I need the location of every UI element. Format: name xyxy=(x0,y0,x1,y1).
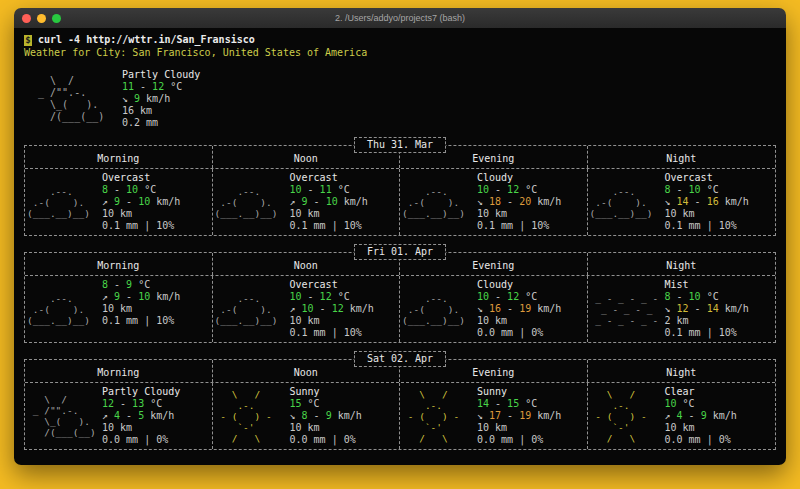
temp-low-value: 12 xyxy=(102,398,114,409)
location-line: Weather for City: San Francisco, United … xyxy=(24,46,776,59)
wind-high-value: 16 xyxy=(707,196,719,207)
forecast-info: Cloudy 10 - 12 °C ↘ 18 - 20 km/h 10 km 0… xyxy=(477,172,583,232)
temp-high-value: 12 xyxy=(507,291,519,302)
wind-unit: km/h xyxy=(531,303,561,314)
condition-label: Partly Cloudy xyxy=(122,69,200,81)
wind-high-value: 10 xyxy=(326,196,338,207)
temp-low-value: 10 xyxy=(665,398,677,409)
temperature-line: 10 - 11 °C xyxy=(290,184,396,196)
wind-separator: - xyxy=(120,291,138,302)
temp-high-value: 12 xyxy=(152,81,164,92)
wind-line: ↗ 4 - 9 km/h xyxy=(665,410,772,422)
wind-separator: - xyxy=(689,303,707,314)
temperature-line: 10 °C xyxy=(665,398,772,410)
precipitation-line: 0.0 mm | 0% xyxy=(102,434,208,446)
wind-arrow-icon: ↗ xyxy=(290,196,302,207)
wind-unit: km/h xyxy=(719,196,749,207)
wind-arrow-icon: ↗ xyxy=(102,291,114,302)
wind-high-value: 19 xyxy=(519,303,531,314)
forecast-cell: .--. .-( ). (___.__)__) Overcast 10 - 11… xyxy=(213,169,401,235)
prompt-indicator: $ xyxy=(24,35,32,46)
terminal-output[interactable]: $curl -4 http://wttr.in/San_Fransisco We… xyxy=(14,28,786,465)
wind-separator: - xyxy=(308,196,326,207)
wind-line: ↘ 12 - 14 km/h xyxy=(665,303,772,315)
wind-unit: km/h xyxy=(707,410,737,421)
precipitation-line: 0.1 mm | 10% xyxy=(290,327,396,339)
wind-unit: km/h xyxy=(531,410,561,421)
temp-unit: °C xyxy=(519,291,537,302)
temp-unit: °C xyxy=(302,398,320,409)
temp-low-value: 10 xyxy=(477,184,489,195)
visibility-line: 10 km xyxy=(665,208,772,220)
forecast-info: 8 - 9 °C ↗ 9 - 10 km/h 10 km 0.1 mm | 10… xyxy=(102,279,208,327)
forecast-cells-row: \ / _ /"".-. \_( ). /(___(__) Partly Clo… xyxy=(25,383,775,449)
wind-unit: km/h xyxy=(140,93,170,104)
temp-high-value: 12 xyxy=(320,291,332,302)
wind-high-value: 14 xyxy=(707,303,719,314)
forecast-cell: \ / .-. - ( ) - `-' / \ Sunny 15 °C ↘ 8 … xyxy=(213,383,401,449)
temp-unit: °C xyxy=(164,81,182,92)
temp-unit: °C xyxy=(519,184,537,195)
wind-line: ↘ 9 km/h xyxy=(122,93,200,105)
zoom-button[interactable] xyxy=(52,14,61,23)
temperature-line: 8 - 10 °C xyxy=(665,184,772,196)
date-label: Fri 01. Apr xyxy=(354,244,446,260)
temp-separator: - xyxy=(489,291,507,302)
precipitation-line: 0.0 mm | 0% xyxy=(477,434,583,446)
visibility-line: 10 km xyxy=(477,422,583,434)
precipitation-line: 0.1 mm | 10% xyxy=(665,327,772,339)
weather-art: \ / .-. - ( ) - `-' / \ xyxy=(590,389,660,444)
wind-line: ↗ 9 - 10 km/h xyxy=(290,196,396,208)
wind-separator: - xyxy=(501,410,519,421)
forecast-cell: .--. .-( ). (___.__)__) Overcast 8 - 10 … xyxy=(588,169,776,235)
condition-label: Sunny xyxy=(477,386,583,398)
temp-separator: - xyxy=(489,398,507,409)
precipitation-line: 0.0 mm | 0% xyxy=(477,327,583,339)
period-header-night: Night xyxy=(588,146,776,168)
temp-separator: - xyxy=(114,398,132,409)
visibility-line: 10 km xyxy=(102,303,208,315)
wind-arrow-icon: ↗ xyxy=(665,410,677,421)
temp-unit: °C xyxy=(138,184,156,195)
date-label: Thu 31. Mar xyxy=(354,137,446,153)
wind-arrow-icon: ↘ xyxy=(477,410,489,421)
temp-high-value: 13 xyxy=(132,398,144,409)
forecast-cell: .--. .-( ). (___.__)__) 8 - 9 °C ↗ 9 - 1… xyxy=(25,276,213,342)
weather-art: \ / .-. - ( ) - `-' / \ xyxy=(215,389,285,444)
period-header-night: Night xyxy=(588,253,776,275)
temp-high-value: 15 xyxy=(507,398,519,409)
wind-high-value: 10 xyxy=(138,291,150,302)
forecast-info: Overcast 8 - 10 °C ↘ 14 - 16 km/h 10 km … xyxy=(665,172,772,232)
forecast-cell: _ - _ - _ - _ - _ - _ _ - _ - _ - Mist 8… xyxy=(588,276,776,342)
minimize-button[interactable] xyxy=(37,14,46,23)
forecast-info: Sunny 15 °C ↘ 8 - 9 km/h 10 km 0.0 mm | … xyxy=(290,386,396,446)
precipitation-line: 0.1 mm | 10% xyxy=(102,220,208,232)
wind-line: ↘ 8 - 9 km/h xyxy=(290,410,396,422)
close-button[interactable] xyxy=(22,14,31,23)
temp-low-value: 15 xyxy=(290,398,302,409)
command-text: curl -4 http://wttr.in/San_Fransisco xyxy=(38,34,255,45)
condition-label: Cloudy xyxy=(477,172,583,184)
wind-line: ↗ 9 - 10 km/h xyxy=(102,196,208,208)
forecast-info: Partly Cloudy 12 - 13 °C ↗ 4 - 5 km/h 10… xyxy=(102,386,208,446)
temp-separator: - xyxy=(108,184,126,195)
wind-low-value: 17 xyxy=(489,410,501,421)
forecast-day: Sat 02. Apr Morning Noon Evening Night \… xyxy=(24,351,776,450)
wind-high-value: 12 xyxy=(332,303,344,314)
wind-high-value: 19 xyxy=(519,410,531,421)
window-titlebar[interactable]: 2. /Users/addyo/projects7 (bash) xyxy=(14,8,786,28)
current-info: Partly Cloudy 11 - 12 °C ↘ 9 km/h 16 km … xyxy=(122,69,200,129)
wind-arrow-icon: ↗ xyxy=(102,410,114,421)
temp-separator: - xyxy=(671,291,689,302)
forecast-info: Mist 8 - 10 °C ↘ 12 - 14 km/h 2 km 0.1 m… xyxy=(665,279,772,339)
precipitation-line: 0.1 mm | 10% xyxy=(477,220,583,232)
period-header-morning: Morning xyxy=(25,146,213,168)
precipitation-line: 0.0 mm | 0% xyxy=(290,434,396,446)
date-label: Sat 02. Apr xyxy=(354,351,446,367)
temperature-line: 11 - 12 °C xyxy=(122,81,200,93)
wind-arrow-icon: ↘ xyxy=(665,196,677,207)
forecast-info: Cloudy 10 - 12 °C ↘ 16 - 19 km/h 10 km 0… xyxy=(477,279,583,339)
weather-art: .--. .-( ). (___.__)__) xyxy=(215,293,285,326)
forecast-info: Clear 10 °C ↗ 4 - 9 km/h 10 km 0.0 mm | … xyxy=(665,386,772,446)
temperature-line: 10 - 12 °C xyxy=(290,291,396,303)
